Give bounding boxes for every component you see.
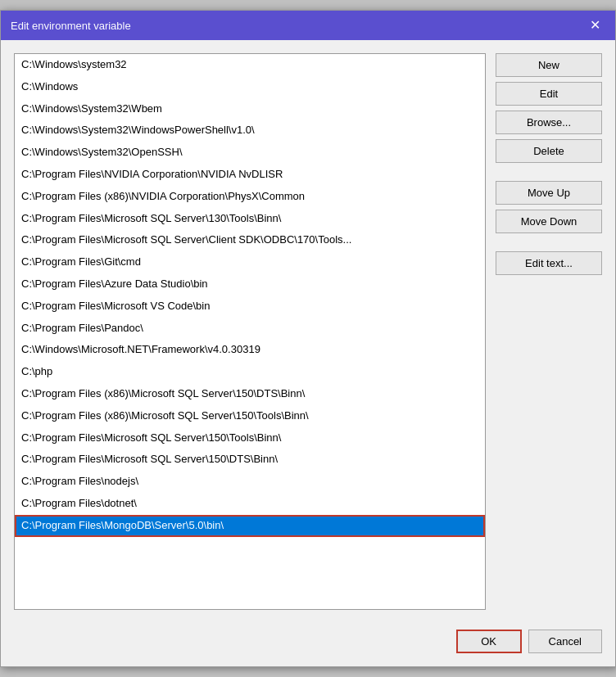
cancel-button[interactable]: Cancel: [528, 630, 602, 653]
dialog-content: C:\Windows\system32C:\WindowsC:\Windows\…: [1, 40, 615, 623]
list-item[interactable]: C:\Program Files\nodejs\: [15, 471, 485, 493]
close-button[interactable]: ✕: [585, 17, 605, 34]
list-item[interactable]: C:\Program Files\dotnet\: [15, 493, 485, 515]
list-item[interactable]: C:\Windows\Microsoft.NET\Framework\v4.0.…: [15, 339, 485, 361]
spacer1: [496, 168, 602, 176]
list-item[interactable]: C:\Program Files\Microsoft SQL Server\Cl…: [15, 229, 485, 251]
list-item[interactable]: C:\php: [15, 361, 485, 383]
list-item[interactable]: C:\Program Files\Microsoft SQL Server\15…: [15, 427, 485, 449]
list-item[interactable]: C:\Program Files\Microsoft SQL Server\15…: [15, 449, 485, 471]
list-item[interactable]: C:\Windows\System32\WindowsPowerShell\v1…: [15, 120, 485, 142]
move-down-button[interactable]: Move Down: [496, 210, 602, 233]
edit-env-var-dialog: Edit environment variable ✕ C:\Windows\s…: [0, 10, 616, 667]
dialog-footer: OK Cancel: [1, 623, 615, 666]
env-var-list[interactable]: C:\Windows\system32C:\WindowsC:\Windows\…: [14, 53, 486, 610]
list-item[interactable]: C:\Program Files (x86)\Microsoft SQL Ser…: [15, 405, 485, 427]
list-item[interactable]: C:\Program Files\Azure Data Studio\bin: [15, 273, 485, 296]
spacer2: [496, 238, 602, 246]
list-item[interactable]: C:\Windows\system32: [15, 54, 485, 76]
title-bar: Edit environment variable ✕: [1, 11, 615, 40]
list-item[interactable]: C:\Program Files (x86)\NVIDIA Corporatio…: [15, 186, 485, 208]
list-item[interactable]: C:\Program Files\Microsoft VS Code\bin: [15, 296, 485, 318]
edit-button[interactable]: Edit: [496, 82, 602, 106]
list-item[interactable]: C:\Windows: [15, 76, 485, 98]
browse-button[interactable]: Browse...: [496, 111, 602, 134]
move-up-button[interactable]: Move Up: [496, 181, 602, 205]
list-item[interactable]: C:\Program Files\NVIDIA Corporation\NVID…: [15, 164, 485, 186]
new-button[interactable]: New: [496, 53, 602, 77]
delete-button[interactable]: Delete: [496, 139, 602, 163]
list-item[interactable]: C:\Program Files\Git\cmd: [15, 251, 485, 273]
dialog-title: Edit environment variable: [11, 20, 131, 32]
list-item[interactable]: C:\Windows\System32\OpenSSH\: [15, 142, 485, 164]
button-panel: New Edit Browse... Delete Move Up Move D…: [496, 53, 602, 610]
list-item[interactable]: C:\Program Files\Pandoc\: [15, 318, 485, 340]
list-item[interactable]: C:\Windows\System32\Wbem: [15, 98, 485, 120]
list-item[interactable]: C:\Program Files\Microsoft SQL Server\13…: [15, 208, 485, 230]
list-item[interactable]: C:\Program Files (x86)\Microsoft SQL Ser…: [15, 383, 485, 405]
list-item[interactable]: C:\Program Files\MongoDB\Server\5.0\bin\: [15, 515, 485, 537]
ok-button[interactable]: OK: [456, 630, 522, 653]
edit-text-button[interactable]: Edit text...: [496, 251, 602, 275]
